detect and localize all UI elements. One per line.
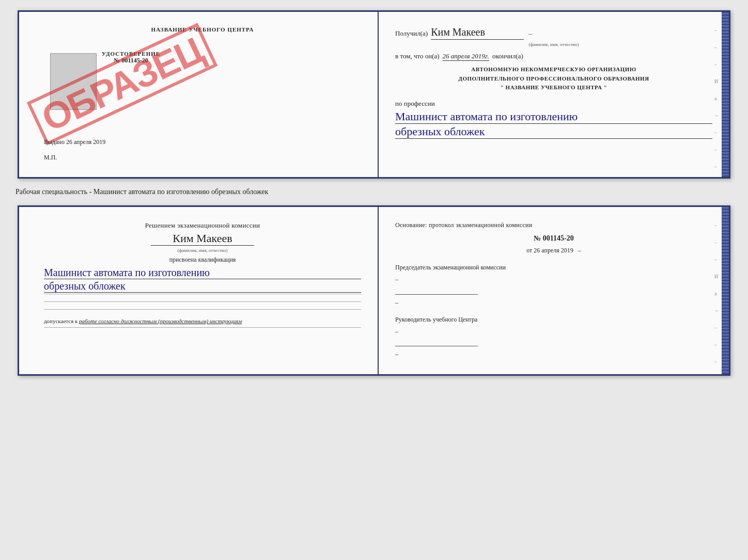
protocol-number: № 001145-20 <box>395 234 712 243</box>
predsedatel-label: Председатель экзаменационной комиссии <box>395 263 712 273</box>
resheniyem-text: Решением экзаменационной комиссии <box>44 221 361 230</box>
bottom-left-panel: Решением экзаменационной комиссии Ким Ма… <box>19 207 379 374</box>
rukovoditel-signature-line <box>395 337 478 346</box>
osnovanie-text: Основание: протокол экзаменационной коми… <box>395 221 712 229</box>
top-document: НАЗВАНИЕ УЧЕБНОГО ЦЕНТРА УДОСТОВЕРЕНИЕ №… <box>18 10 730 179</box>
dopusk-prefix: допускается к <box>44 318 77 324</box>
ot-label: от <box>526 247 532 254</box>
tick-marks-top: –––Иа←––– <box>714 27 720 169</box>
completion-date: 26 апреля 2019г. <box>443 52 489 61</box>
rukovoditel-block: Руководитель учебного Центра – – <box>395 315 712 360</box>
v-tom-prefix: в том, что он(а) <box>395 52 440 60</box>
vydano-label: Выдано <box>44 138 65 146</box>
certificate-block: УДОСТОВЕРЕНИЕ № 001145-20 <box>102 51 160 65</box>
top-left-title: НАЗВАНИЕ УЧЕБНОГО ЦЕНТРА <box>44 26 361 33</box>
profession-line2: обрезных обложек <box>395 125 712 139</box>
kvalif-line1: Машинист автомата по изготовлению <box>44 267 361 279</box>
org-line1: АВТОНОМНУЮ НЕКОММЕРЧЕСКУЮ ОРГАНИЗАЦИЮ <box>395 65 712 74</box>
spine-decoration-right <box>722 12 729 177</box>
dopuskaetsya-block: допускается к работе согласно должностны… <box>44 318 361 324</box>
okonchill-label: окончил(а) <box>492 52 523 60</box>
poluchil-line: Получил(а) Ким Макеев – <box>395 26 712 40</box>
poluchil-label: Получил(а) <box>395 29 428 38</box>
photo-placeholder <box>50 53 97 110</box>
between-label: Рабочая специальность - Машинист автомат… <box>10 188 268 196</box>
prisvoena-label: присвоена квалификация <box>44 256 361 264</box>
bottom-right-panel: –––Иа←––– Основание: протокол экзаменаци… <box>379 207 729 374</box>
bottom-document: Решением экзаменационной комиссии Ким Ма… <box>18 205 730 376</box>
mp-label: М.П. <box>44 154 57 162</box>
rukovoditel-label: Руководитель учебного Центра <box>395 315 712 325</box>
separator1 <box>44 294 361 294</box>
predsedatel-block: Председатель экзаменационной комиссии – … <box>395 263 712 308</box>
ot-date: от 26 апреля 2019 – <box>395 247 712 254</box>
recipient-name: Ким Макеев <box>431 26 524 40</box>
org-line2: ДОПОЛНИТЕЛЬНОГО ПРОФЕССИОНАЛЬНОГО ОБРАЗО… <box>395 74 712 84</box>
cert-label: УДОСТОВЕРЕНИЕ <box>102 51 160 57</box>
cert-number: № 001145-20 <box>102 57 160 65</box>
po-professii-label: по профессии <box>395 100 712 108</box>
spine-decoration-right-2 <box>722 207 729 374</box>
v-tom-line: в том, что он(а) 26 апреля 2019г. окончи… <box>395 52 712 61</box>
tick-marks-bottom: –––Иа←––– <box>714 222 720 364</box>
ot-date-value: 26 апреля 2019 <box>534 247 573 254</box>
profession-line1: Машинист автомата по изготовлению <box>395 110 712 124</box>
fio-sub-bottom: (фамилия, имя, отчество) <box>44 248 361 253</box>
org-block: АВТОНОМНУЮ НЕКОММЕРЧЕСКУЮ ОРГАНИЗАЦИЮ ДО… <box>395 65 712 92</box>
vydano-line: Выдано 26 апреля 2019 <box>44 138 105 146</box>
separator4 <box>44 327 361 328</box>
separator3 <box>44 309 361 310</box>
kvalif-line2: обрезных обложек <box>44 280 361 293</box>
fio-sub-top: (фамилия, имя, отчество) <box>395 42 712 47</box>
org-line3: " НАЗВАНИЕ УЧЕБНОГО ЦЕНТРА " <box>395 83 712 92</box>
top-right-panel: –––Иа←––– Получил(а) Ким Макеев – (фамил… <box>379 12 729 177</box>
predsedatel-signature-line <box>395 285 478 295</box>
vydano-date: 26 апреля 2019 <box>66 138 105 146</box>
bottom-name: Ким Макеев <box>151 232 254 246</box>
separator2 <box>44 301 361 302</box>
top-left-panel: НАЗВАНИЕ УЧЕБНОГО ЦЕНТРА УДОСТОВЕРЕНИЕ №… <box>19 12 379 177</box>
dopusk-italic: работе согласно должностным (производств… <box>79 318 242 324</box>
